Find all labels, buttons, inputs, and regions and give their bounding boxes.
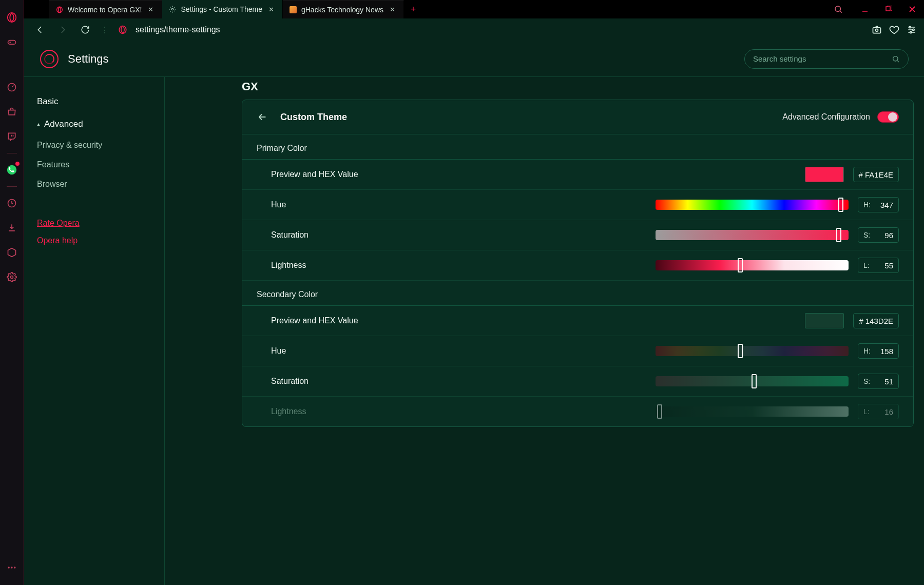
settings-icon[interactable] [0,265,24,289]
search-tabs-icon[interactable] [826,0,850,18]
section-label-gx: GX [165,77,924,100]
advanced-config-toggle[interactable] [877,111,899,123]
advanced-config-label: Advanced Configuration [782,112,870,122]
close-icon[interactable]: ✕ [388,5,397,14]
row-label: Preview and HEX Value [271,316,425,325]
page-title: Settings [68,52,109,66]
secondary-light-slider[interactable] [656,406,849,417]
back-arrow-icon[interactable] [257,111,268,123]
nav-sub-browser[interactable]: Browser [35,174,164,194]
extensions-icon[interactable] [0,240,24,265]
slider-thumb[interactable] [738,344,743,358]
nav-sub-privacy[interactable]: Privacy & security [35,135,164,155]
link-rate-opera[interactable]: Rate Opera [35,215,164,232]
heart-icon[interactable] [889,25,899,35]
secondary-sat-value[interactable]: S: 51 [858,374,899,389]
tab-title: Settings - Custom Theme [181,5,262,13]
search-input[interactable] [753,54,892,63]
slider-thumb[interactable] [657,404,662,419]
row-secondary-hex: Preview and HEX Value #143D2E [242,305,913,336]
primary-hue-slider[interactable] [656,200,849,210]
svg-point-7 [8,567,9,568]
forward-button[interactable] [55,23,70,37]
row-secondary-hue: Hue H: 158 [242,336,913,366]
nav-sub-features[interactable]: Features [35,155,164,174]
search-settings[interactable] [744,49,909,69]
nav-item-basic[interactable]: Basic [35,90,164,113]
more-icon[interactable] [0,555,24,580]
svg-point-18 [876,29,878,31]
row-secondary-light: Lightness L: 16 [242,396,913,426]
primary-light-value[interactable]: L: 55 [858,258,899,273]
svg-point-16 [121,27,124,33]
close-icon[interactable]: ✕ [146,5,156,14]
main-column: Welcome to Opera GX! ✕ Settings - Custom… [24,0,924,585]
primary-swatch[interactable] [805,167,844,182]
secondary-hex-input[interactable]: #143D2E [853,313,899,328]
slider-thumb[interactable] [752,374,757,388]
secondary-hue-value[interactable]: H: 158 [858,343,899,359]
val-prefix: H: [863,201,871,209]
hex-value: 143D2E [865,317,893,325]
svg-point-12 [172,8,174,10]
panel-title: Custom Theme [280,112,347,123]
easy-setup-icon[interactable] [907,25,917,35]
tab-ghacks[interactable]: gHacks Technology News ✕ [283,0,404,18]
svg-point-20 [913,29,914,30]
svg-point-8 [11,567,12,568]
primary-sat-value[interactable]: S: 96 [858,227,899,243]
svg-point-13 [835,6,841,12]
svg-point-0 [7,13,16,22]
row-label: Saturation [271,377,425,386]
minimize-button[interactable] [853,0,877,18]
secondary-hue-slider[interactable] [656,346,849,356]
tab-strip: Welcome to Opera GX! ✕ Settings - Custom… [24,0,924,18]
val-prefix: L: [863,407,870,416]
link-opera-help[interactable]: Opera help [35,232,164,249]
primary-sat-slider[interactable] [656,230,849,240]
close-window-button[interactable] [900,0,924,18]
maximize-button[interactable] [877,0,900,18]
shopping-icon[interactable] [0,100,24,124]
tab-welcome[interactable]: Welcome to Opera GX! ✕ [49,0,162,18]
val-prefix: L: [863,261,870,269]
reload-button[interactable] [78,23,92,37]
twitch-icon[interactable] [0,124,24,149]
address-bar: ⋮ settings/theme-settings [24,18,924,41]
slider-thumb[interactable] [836,228,841,242]
custom-theme-panel: Custom Theme Advanced Configuration Prim… [242,100,914,427]
settings-nav: Basic ▴ Advanced Privacy & security Feat… [24,77,165,585]
val-number: 158 [873,347,893,356]
val-number: 96 [872,231,893,240]
slider-thumb[interactable] [738,258,743,272]
secondary-sat-slider[interactable] [656,376,849,386]
history-icon[interactable] [0,191,24,216]
svg-rect-17 [873,28,881,33]
close-icon[interactable]: ✕ [266,5,276,14]
section-title-primary: Primary Color [242,134,913,159]
secondary-light-value[interactable]: L: 16 [858,404,899,419]
nav-item-advanced[interactable]: ▴ Advanced [35,113,164,135]
opera-gx-icon[interactable] [0,5,24,30]
gauge-icon[interactable] [0,75,24,100]
search-icon [892,55,900,63]
back-button[interactable] [33,23,47,37]
gear-icon [168,5,177,13]
hash: # [859,317,863,325]
addr-dots: ⋮ [101,25,110,35]
ghacks-icon [289,6,297,14]
whatsapp-icon[interactable] [0,158,24,182]
downloads-icon[interactable] [0,216,24,240]
primary-light-slider[interactable] [656,260,849,270]
snapshot-icon[interactable] [872,25,882,35]
url-text[interactable]: settings/theme-settings [136,25,220,34]
primary-hue-value[interactable]: H: 347 [858,197,899,212]
slider-thumb[interactable] [838,198,843,212]
tab-settings[interactable]: Settings - Custom Theme ✕ [162,0,282,18]
svg-point-1 [10,14,13,22]
game-controller-icon[interactable] [0,30,24,54]
primary-hex-input[interactable]: #FA1E4E [853,167,899,182]
secondary-swatch[interactable] [805,313,844,328]
new-tab-button[interactable]: + [404,0,422,18]
row-primary-hex: Preview and HEX Value #FA1E4E [242,159,913,189]
